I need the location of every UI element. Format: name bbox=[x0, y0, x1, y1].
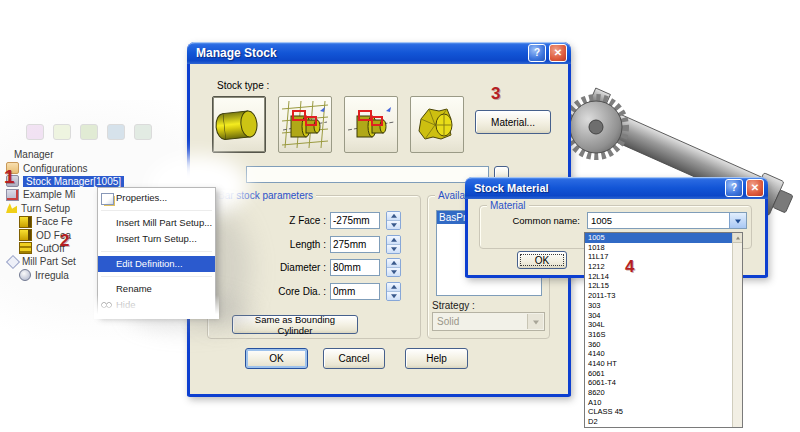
icon-mill bbox=[6, 255, 20, 269]
menu-item-label: Hide bbox=[116, 299, 136, 310]
help-icon[interactable]: ? bbox=[725, 179, 743, 197]
material-option[interactable]: 303 bbox=[585, 301, 732, 311]
material-button[interactable]: Material... bbox=[475, 110, 551, 134]
material-dropdown-list: 1005101811L17121212L1412L152011-T3303304… bbox=[584, 232, 743, 428]
stock-name-field[interactable] bbox=[246, 166, 489, 183]
material-option[interactable]: 2011-T3 bbox=[585, 291, 732, 301]
stock-type-forged-button[interactable] bbox=[410, 96, 464, 153]
spinner-up-icon[interactable] bbox=[387, 212, 400, 220]
stock-material-titlebar[interactable]: Stock Material ? ✕ bbox=[465, 177, 768, 199]
toolbar-icon bbox=[107, 124, 125, 140]
tree-item-label: Configurations bbox=[23, 163, 87, 174]
help-button[interactable]: Help bbox=[405, 348, 468, 369]
strategy-value: Solid bbox=[437, 316, 459, 327]
toolbar-icon bbox=[80, 124, 98, 140]
stock-from-sketch-grid-icon bbox=[281, 99, 329, 150]
diameter-spinner[interactable] bbox=[386, 258, 401, 277]
material-option[interactable]: D2 bbox=[585, 417, 732, 427]
scrollbar-up-icon[interactable] bbox=[733, 233, 742, 243]
tree-item-configurations[interactable]: Configurations bbox=[6, 161, 124, 174]
material-option[interactable]: 11L17 bbox=[585, 252, 732, 262]
icon-tool bbox=[19, 216, 32, 228]
menu-item-insert-mill-part-setup[interactable]: Insert Mill Part Setup... bbox=[98, 215, 215, 231]
spinner-down-icon[interactable] bbox=[387, 267, 400, 276]
menu-item-edit-definition[interactable]: Edit Definition... bbox=[98, 256, 215, 272]
tree-item-label: Mill Part Set bbox=[22, 256, 76, 267]
material-option[interactable]: 304 bbox=[585, 311, 732, 321]
length-input[interactable] bbox=[330, 236, 380, 253]
spinner-down-icon[interactable] bbox=[387, 244, 400, 253]
material-option[interactable]: 304L bbox=[585, 320, 732, 330]
material-option[interactable]: 360 bbox=[585, 340, 732, 350]
material-option[interactable]: 4140 HT bbox=[585, 359, 732, 369]
common-name-combo[interactable] bbox=[587, 212, 747, 229]
menu-separator bbox=[101, 251, 212, 252]
z-face-spinner[interactable] bbox=[386, 211, 401, 230]
z-face-input[interactable] bbox=[330, 212, 380, 229]
spinner-down-icon[interactable] bbox=[387, 291, 400, 300]
stock-type-revolve-button[interactable] bbox=[344, 96, 398, 153]
material-option[interactable]: 4140 bbox=[585, 349, 732, 359]
icon-turn bbox=[6, 203, 17, 213]
spinner-down-icon[interactable] bbox=[387, 220, 400, 229]
core-dia-input[interactable] bbox=[330, 283, 380, 300]
menu-item-label: Insert Turn Setup... bbox=[116, 233, 197, 244]
properties-icon bbox=[101, 193, 114, 205]
help-icon[interactable]: ? bbox=[528, 44, 546, 62]
ok-button[interactable]: OK bbox=[245, 348, 308, 369]
material-option[interactable]: 1018 bbox=[585, 243, 732, 253]
material-option[interactable]: CLASS 45 bbox=[585, 407, 732, 417]
ok-button[interactable]: OK bbox=[517, 251, 567, 269]
material-option[interactable]: 12L15 bbox=[585, 281, 732, 291]
tree-item-manager[interactable]: Manager bbox=[6, 148, 124, 161]
length-spinner[interactable] bbox=[386, 235, 401, 254]
annotation-step-2: 2 bbox=[60, 231, 69, 251]
material-option[interactable]: 1212 bbox=[585, 262, 732, 272]
spinner-up-icon[interactable] bbox=[387, 283, 400, 291]
material-option[interactable]: 8620 bbox=[585, 388, 732, 398]
material-option[interactable]: A10 bbox=[585, 398, 732, 408]
screenshot-root: ManagerConfigurationsStock Manager[1005]… bbox=[0, 0, 800, 432]
stock-type-grid-button[interactable] bbox=[278, 96, 332, 153]
toolbar-icon bbox=[134, 124, 152, 140]
faded-toolbar bbox=[26, 124, 152, 140]
tree-item-label: Turn Setup bbox=[21, 203, 70, 214]
spinner-up-icon[interactable] bbox=[387, 259, 400, 267]
tree-item-label: Stock Manager[1005] bbox=[23, 176, 124, 187]
material-option[interactable]: 12L14 bbox=[585, 272, 732, 282]
bar-stock-cylinder-icon bbox=[215, 99, 263, 150]
scrollbar[interactable] bbox=[732, 233, 742, 427]
menu-item-label: Rename bbox=[116, 283, 152, 294]
hide-glasses-icon bbox=[101, 300, 112, 310]
cancel-button[interactable]: Cancel bbox=[323, 348, 385, 369]
material-option[interactable]: 6061 bbox=[585, 369, 732, 379]
annotation-step-4: 4 bbox=[625, 257, 634, 277]
menu-item-label: Edit Definition... bbox=[116, 258, 183, 269]
icon-part bbox=[6, 189, 19, 201]
material-option[interactable]: 316S bbox=[585, 330, 732, 340]
menu-item-hide[interactable]: Hide bbox=[98, 297, 215, 313]
revolved-sketch-stock-icon bbox=[347, 99, 395, 150]
material-option[interactable]: 1005 bbox=[585, 233, 732, 243]
chevron-down-icon[interactable] bbox=[729, 213, 746, 228]
spinner-up-icon[interactable] bbox=[387, 236, 400, 244]
menu-item-rename[interactable]: Rename bbox=[98, 281, 215, 297]
diameter-input[interactable] bbox=[330, 259, 380, 276]
stock-type-bar-button[interactable] bbox=[212, 96, 266, 153]
menu-separator bbox=[101, 276, 212, 277]
material-group-label: Material bbox=[487, 200, 529, 211]
dialog-title: Manage Stock bbox=[196, 46, 525, 60]
dialog-title: Stock Material bbox=[474, 182, 722, 194]
icon-cutoff bbox=[19, 242, 32, 254]
core-dia-spinner[interactable] bbox=[386, 282, 401, 301]
close-icon[interactable]: ✕ bbox=[746, 179, 764, 197]
menu-item-properties[interactable]: Properties... bbox=[98, 190, 215, 206]
manage-stock-titlebar[interactable]: Manage Stock ? ✕ bbox=[187, 42, 571, 64]
strategy-combo: Solid bbox=[432, 312, 545, 331]
material-option[interactable]: 6061-T4 bbox=[585, 378, 732, 388]
close-icon[interactable]: ✕ bbox=[549, 44, 567, 62]
common-name-input[interactable] bbox=[588, 213, 728, 228]
stock-type-label: Stock type : bbox=[217, 80, 269, 91]
menu-item-insert-turn-setup[interactable]: Insert Turn Setup... bbox=[98, 231, 215, 247]
tree-item-label: Example Mi bbox=[23, 189, 75, 200]
